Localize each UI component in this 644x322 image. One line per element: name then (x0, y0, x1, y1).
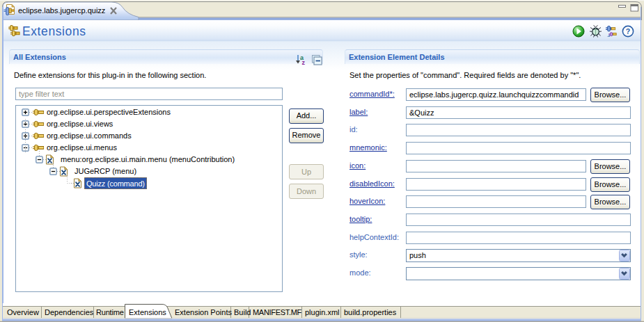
svg-text:?: ? (626, 27, 630, 35)
svg-text:z: z (302, 59, 306, 66)
